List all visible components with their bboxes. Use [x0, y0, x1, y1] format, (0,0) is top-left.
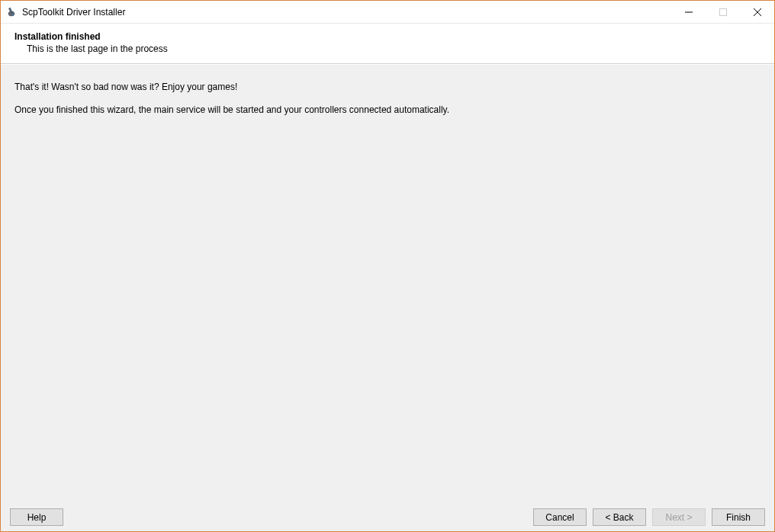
svg-point-3: [12, 13, 14, 14]
window-title: ScpToolkit Driver Installer: [22, 7, 671, 18]
wizard-header: Installation finished This is the last p…: [1, 24, 774, 64]
page-subtitle: This is the last page in the process: [27, 43, 761, 54]
finish-button[interactable]: Finish: [712, 508, 765, 526]
svg-point-2: [9, 13, 11, 14]
wizard-footer: Help Cancel < Back Next > Finish: [1, 500, 774, 532]
minimize-button[interactable]: [671, 1, 706, 23]
app-icon: [5, 6, 18, 18]
content-text-2: Once you finished this wizard, the main …: [14, 104, 761, 115]
back-button[interactable]: < Back: [593, 508, 646, 526]
next-button: Next >: [652, 508, 706, 526]
close-button[interactable]: [740, 1, 774, 23]
page-title: Installation finished: [14, 31, 761, 42]
window-controls: [671, 1, 774, 23]
content-text-1: That's it! Wasn't so bad now was it? Enj…: [14, 82, 761, 92]
wizard-content: That's it! Wasn't so bad now was it? Enj…: [1, 64, 774, 500]
svg-rect-5: [719, 8, 726, 15]
maximize-button: [706, 1, 740, 23]
help-button[interactable]: Help: [10, 508, 63, 526]
titlebar: ScpToolkit Driver Installer: [1, 1, 774, 24]
cancel-button[interactable]: Cancel: [533, 508, 587, 526]
